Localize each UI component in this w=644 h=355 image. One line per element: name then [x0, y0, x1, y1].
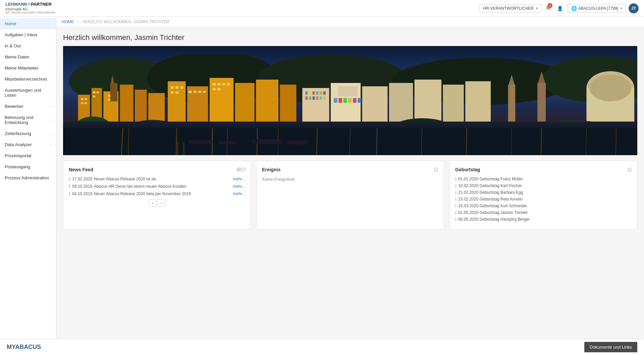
geburtstag-monitor-icon: ⊡: [627, 166, 632, 173]
news-date-2: 09.10.2019: [72, 184, 92, 189]
svg-rect-50: [309, 91, 311, 95]
system-selector[interactable]: ABACUS-LEPA [7799]: [568, 4, 626, 13]
sidebar-item-betreuung[interactable]: Betreuung und Entwicklung ‹: [0, 112, 56, 128]
sidebar-item-meinedaten[interactable]: Meine Daten: [0, 51, 56, 62]
info-icon-1: ℹ: [69, 177, 70, 181]
sidebar-item-aufgaben[interactable]: Aufgaben | Inbox: [0, 29, 56, 40]
sidebar: Home Aufgaben | Inbox In & Out Meine Dat…: [0, 17, 56, 339]
chevron-right-icon-2: ‹: [50, 118, 51, 122]
news-next-button[interactable]: ›: [158, 199, 165, 207]
news-feed-items: ℹ 17.02.2020 Neuer Abacus Release 2020 i…: [69, 177, 245, 196]
birthday-icon-6: ℹ: [455, 211, 457, 215]
info-icon-2: ℹ: [69, 184, 70, 189]
svg-rect-38: [198, 91, 201, 93]
news-monitor-icon: ⊡: [236, 166, 245, 173]
sidebar-item-home[interactable]: Home: [0, 18, 56, 29]
news-date-3: 04.10.2019: [72, 191, 92, 196]
chevron-right-icon: ‹: [50, 104, 51, 108]
birthday-icon-5: ℹ: [455, 204, 457, 208]
news-link-1[interactable]: mehr...: [233, 177, 245, 181]
svg-rect-16: [97, 91, 99, 93]
main-layout: Home Aufgaben | Inbox In & Out Meine Dat…: [0, 17, 644, 339]
ereignis-card-header: Ereignis ⊡: [262, 166, 438, 173]
page-title: Herzlich willkommen, Jasmin Trichter: [63, 33, 637, 42]
sidebar-item-bewerber-label: Bewerber: [5, 104, 23, 109]
svg-rect-61: [338, 86, 358, 96]
svg-rect-31: [171, 86, 174, 89]
news-link-2[interactable]: mehr...: [233, 184, 245, 189]
news-link-3[interactable]: mehr...: [233, 191, 245, 196]
role-label: HR-VERANTWORTLICHER: [483, 6, 533, 11]
hero-image: [63, 46, 637, 155]
svg-line-93: [317, 128, 317, 155]
globe-icon: [571, 6, 577, 11]
sidebar-item-meinemitarbeiter[interactable]: Meine Mitarbeiter: [0, 62, 56, 74]
notifications-button[interactable]: 3: [544, 3, 552, 13]
svg-rect-102: [189, 140, 213, 144]
sidebar-item-postausgang-label: Postausgang: [5, 164, 30, 169]
avatar-initials: JT: [631, 6, 636, 11]
svg-rect-27: [210, 78, 233, 128]
role-selector[interactable]: HR-VERANTWORTLICHER: [479, 4, 541, 12]
svg-rect-67: [358, 98, 361, 103]
svg-point-74: [589, 75, 631, 101]
logo-tagline: Wir machen aus Daten Informationen: [5, 11, 55, 14]
svg-rect-35: [175, 91, 178, 94]
sidebar-item-auswertungen[interactable]: Auswertungen und Listen: [0, 85, 56, 101]
geburtstag-title: Geburtstag: [455, 167, 480, 172]
footer-logo: MYABACUS: [7, 344, 41, 351]
birthday-icon-7: ℹ: [455, 217, 457, 222]
birthday-item-4: ℹ 23.02.2020 Geburtstag Reto Amrein: [455, 197, 632, 202]
birthday-item-2: ℹ 10.02.2020 Geburtstag Karl Fischer: [455, 183, 632, 188]
breadcrumb-home[interactable]: HOME: [62, 19, 74, 24]
logo-company-name: LEHMANN✦PARTNER: [5, 2, 55, 7]
user-profile-button[interactable]: [555, 4, 565, 13]
sidebar-item-dataanalyzer[interactable]: Data Analyzer ‹: [0, 139, 56, 150]
footer-abacus: ABACUS: [15, 344, 41, 350]
svg-rect-39: [203, 91, 206, 93]
logo-sub: Informatik AG: [5, 7, 55, 11]
birthday-date-1: 01.01.2020 Geburtstag Franz Müller: [458, 177, 523, 181]
footer-my: MY: [7, 344, 15, 350]
svg-rect-51: [313, 91, 315, 95]
sidebar-item-meinemitarbeiter-label: Meine Mitarbeiter: [5, 65, 38, 71]
geburtstag-items: ℹ 01.01.2020 Geburtstag Franz Müller ℹ 1…: [455, 177, 632, 222]
birthday-date-2: 10.02.2020 Geburtstag Karl Fischer: [458, 183, 522, 188]
birthday-item-3: ℹ 21.02.2020 Geburtstag Barbara Egg: [455, 190, 632, 195]
svg-rect-21: [108, 99, 110, 101]
news-item-2: ℹ 09.10.2019 Abacus HR Demo bei einem ne…: [69, 184, 245, 189]
svg-line-97: [466, 128, 467, 155]
news-item-3: ℹ 04.10.2019 Neuer Abacus Release 2020 b…: [69, 191, 245, 196]
birthday-date-5: 15.03.2020 Geburtstag Kurt Schneider: [458, 204, 527, 208]
birthday-date-3: 21.02.2020 Geburtstag Barbara Egg: [458, 190, 523, 195]
svg-rect-33: [180, 86, 183, 89]
header-right: HR-VERANTWORTLICHER 3 ABACUS-LEPA [7799]…: [479, 3, 639, 13]
birthday-icon-4: ℹ: [455, 197, 457, 202]
sidebar-item-postausgang[interactable]: Postausgang: [0, 161, 56, 172]
svg-rect-59: [320, 96, 322, 100]
sidebar-item-auswertungen-label: Auswertungen und Listen: [5, 88, 51, 98]
news-date-1: 17.02.2020: [72, 177, 92, 181]
sidebar-item-bewerber[interactable]: Bewerber ‹: [0, 101, 56, 112]
svg-rect-15: [93, 91, 95, 93]
ereignis-empty: Keine Ereignisse: [262, 177, 438, 182]
geburtstag-card: Geburtstag ⊡ ℹ 01.01.2020 Geburtstag Fra…: [449, 161, 637, 229]
svg-rect-37: [194, 91, 197, 93]
svg-rect-14: [85, 102, 87, 104]
birthday-item-7: ℹ 06.05.2020 Geburtstag Hansjörg Berger: [455, 217, 632, 222]
svg-rect-36: [189, 91, 192, 93]
birthday-item-5: ℹ 15.03.2020 Geburtstag Kurt Schneider: [455, 204, 632, 208]
sidebar-item-inout[interactable]: In & Out: [0, 40, 56, 51]
svg-rect-63: [338, 98, 342, 103]
docs-links-button[interactable]: Dokumente und Links: [584, 342, 637, 352]
chevron-right-icon-3: ‹: [50, 132, 51, 136]
sidebar-item-aufgaben-label: Aufgaben | Inbox: [5, 32, 38, 37]
sidebar-item-mitarbeiterverzeichnis[interactable]: Mitarbeiterverzeichnis: [0, 74, 56, 85]
news-prev-button[interactable]: ‹: [149, 199, 156, 207]
svg-rect-64: [343, 98, 347, 103]
sidebar-item-prozessportal[interactable]: Prozessportal: [0, 150, 56, 161]
avatar[interactable]: JT: [629, 3, 639, 13]
sidebar-item-zeiterfassung[interactable]: Zeiterfassung ‹: [0, 128, 56, 139]
sidebar-item-prozessadmin[interactable]: Prozess Administration: [0, 172, 56, 183]
birthday-item-1: ℹ 01.01.2020 Geburtstag Franz Müller: [455, 177, 632, 181]
